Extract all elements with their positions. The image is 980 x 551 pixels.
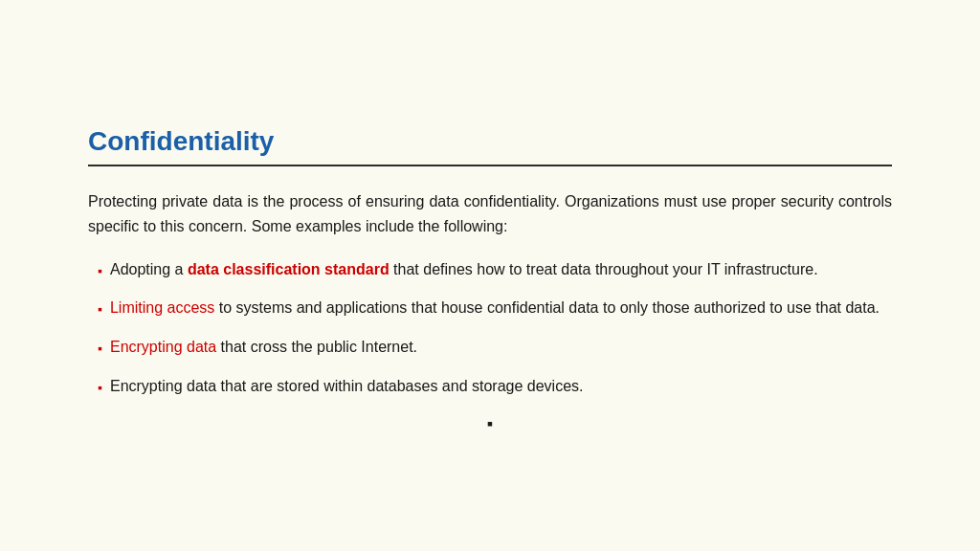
bullet-square-3: ▪ — [98, 339, 102, 360]
bullet-item-3: ▪ Encrypting data that cross the public … — [98, 336, 892, 360]
bullet-content-4: Encrypting data that are stored within d… — [110, 375, 892, 399]
slide-container: Confidentiality Protecting private data … — [31, 88, 949, 462]
bottom-dot: ▪ — [88, 414, 892, 434]
bullet-square-1: ▪ — [98, 261, 102, 282]
bullet-square-2: ▪ — [98, 299, 102, 320]
highlight-encrypting-data: Encrypting data — [110, 339, 216, 355]
bullet-item-2: ▪ Limiting access to systems and applica… — [98, 297, 892, 320]
bullet-content-1: Adopting a data classification standard … — [110, 258, 892, 282]
highlight-data-classification: data classification standard — [188, 261, 390, 277]
title-divider — [88, 165, 892, 166]
bullet-item-4: ▪ Encrypting data that are stored within… — [98, 375, 892, 399]
bullet-content-2: Limiting access to systems and applicati… — [110, 297, 892, 320]
slide-title: Confidentiality — [88, 126, 892, 157]
intro-paragraph: Protecting private data is the process o… — [88, 189, 892, 238]
highlight-limiting-access: Limiting access — [110, 299, 214, 316]
bullet-square-4: ▪ — [98, 378, 102, 399]
bullet-list: ▪ Adopting a data classification standar… — [98, 258, 892, 399]
bullet-content-3: Encrypting data that cross the public In… — [110, 336, 892, 360]
bullet-item-1: ▪ Adopting a data classification standar… — [98, 258, 892, 282]
